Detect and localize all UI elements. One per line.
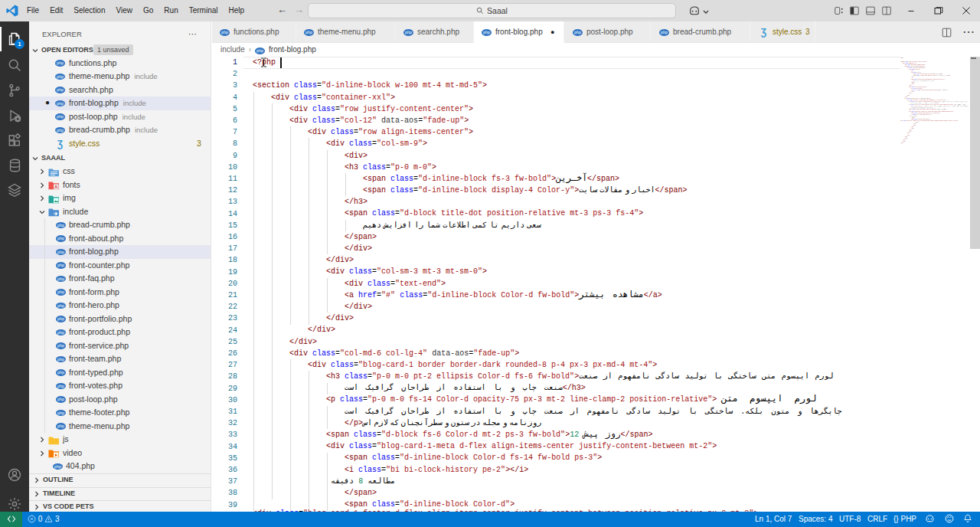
- svg-text:A: A: [54, 185, 58, 189]
